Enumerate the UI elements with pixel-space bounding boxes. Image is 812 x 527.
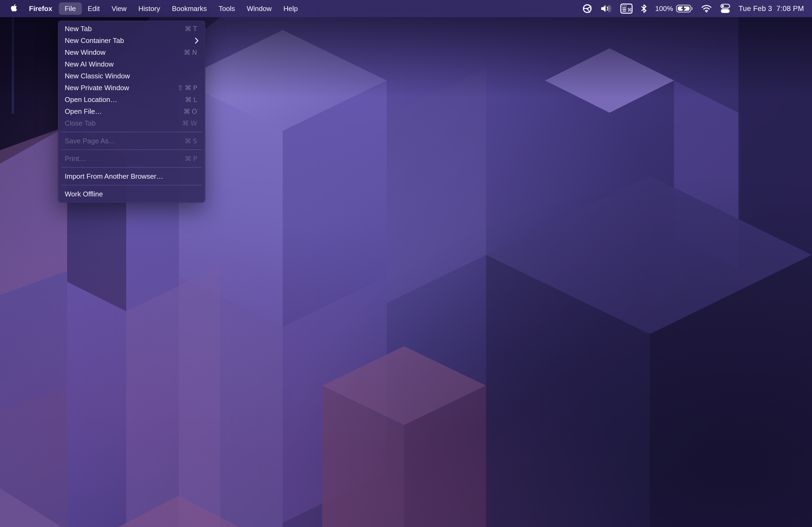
menu-separator xyxy=(61,167,202,168)
control-center-icon[interactable] xyxy=(720,3,731,14)
submenu-chevron-icon xyxy=(195,37,199,44)
apple-menu[interactable] xyxy=(10,4,18,13)
menu-separator xyxy=(61,185,202,185)
svg-text:⌘: ⌘ xyxy=(627,7,632,13)
file-menu-item-new-classic-window[interactable]: New Classic Window xyxy=(58,70,205,82)
menu-bar-item-edit[interactable]: Edit xyxy=(82,2,106,15)
file-menu-item-new-container-tab[interactable]: New Container Tab xyxy=(58,35,205,46)
volume-icon[interactable] xyxy=(600,4,612,13)
file-menu-list: New Tab⌘TNew Container TabNew Window⌘NNe… xyxy=(58,23,205,200)
menu-item-label: Close Tab xyxy=(65,119,96,127)
menu-item-label: Import From Another Browser… xyxy=(65,172,163,181)
menu-item-label: Open Location… xyxy=(65,95,117,104)
file-menu-item-new-private-window[interactable]: New Private Window⇧⌘P xyxy=(58,82,205,94)
desktop: FirefoxFileEditViewHistoryBookmarksTools… xyxy=(0,0,812,527)
menu-item-label: New Window xyxy=(65,48,105,57)
battery-status[interactable]: 100% xyxy=(655,4,693,13)
menu-item-label: New Container Tab xyxy=(65,36,124,45)
menu-item-label: New AI Window xyxy=(65,60,114,69)
menu-item-shortcut: ⌘W xyxy=(182,119,199,127)
menu-item-label: Work Offline xyxy=(65,190,103,198)
bluetooth-icon[interactable] xyxy=(641,4,647,13)
menu-item-shortcut: ⌘O xyxy=(184,108,199,115)
menu-bar: FirefoxFileEditViewHistoryBookmarksTools… xyxy=(0,0,812,17)
menu-bar-item-file[interactable]: File xyxy=(59,2,82,15)
apple-logo-icon xyxy=(10,4,18,13)
menu-separator xyxy=(61,149,202,150)
menu-bar-item-tools[interactable]: Tools xyxy=(213,2,241,15)
menu-item-shortcut: ⌘T xyxy=(185,25,199,33)
file-menu-item-new-ai-window[interactable]: New AI Window xyxy=(58,58,205,70)
menu-item-shortcut: ⌘S xyxy=(185,137,199,145)
menu-separator xyxy=(61,132,202,132)
menu-item-label: New Private Window xyxy=(65,84,129,92)
menu-item-label: Save Page As… xyxy=(65,137,115,145)
status-area: ⌘ 100% xyxy=(582,3,804,14)
menu-bar-item-history[interactable]: History xyxy=(132,2,166,15)
file-menu-item-new-tab[interactable]: New Tab⌘T xyxy=(58,23,205,35)
input-source-icon[interactable]: ⌘ xyxy=(620,3,633,14)
menu-bar-clock[interactable]: Tue Feb 3 7:08 PM xyxy=(739,4,804,13)
battery-charging-icon xyxy=(676,4,693,13)
menu-item-label: Print… xyxy=(65,154,86,163)
file-menu: New Tab⌘TNew Container TabNew Window⌘NNe… xyxy=(58,21,205,202)
menu-item-label: New Classic Window xyxy=(65,72,130,80)
file-menu-item-print: Print…⌘P xyxy=(58,153,205,165)
wifi-icon[interactable] xyxy=(701,4,712,13)
menu-item-label: Open File… xyxy=(65,107,102,116)
file-menu-item-open-file[interactable]: Open File…⌘O xyxy=(58,105,205,117)
menu-item-shortcut: ⇧⌘P xyxy=(177,84,199,92)
file-menu-item-close-tab: Close Tab⌘W xyxy=(58,117,205,129)
clock-time: 7:08 PM xyxy=(776,4,804,13)
file-menu-item-save-page-as: Save Page As…⌘S xyxy=(58,135,205,147)
clock-date: Tue Feb 3 xyxy=(739,4,772,13)
menu-item-shortcut: ⌘L xyxy=(185,96,199,104)
menu-bar-items: FirefoxFileEditViewHistoryBookmarksTools… xyxy=(23,0,304,17)
menu-bar-item-view[interactable]: View xyxy=(105,2,132,15)
steering-wheel-icon[interactable] xyxy=(582,3,592,14)
file-menu-item-open-location[interactable]: Open Location…⌘L xyxy=(58,94,205,105)
menu-item-shortcut: ⌘N xyxy=(184,48,199,56)
file-menu-item-work-offline[interactable]: Work Offline xyxy=(58,188,205,200)
menu-bar-item-help[interactable]: Help xyxy=(277,2,303,15)
file-menu-item-import-from-another-browser[interactable]: Import From Another Browser… xyxy=(58,170,205,182)
menu-bar-item-bookmarks[interactable]: Bookmarks xyxy=(166,2,213,15)
file-menu-item-new-window[interactable]: New Window⌘N xyxy=(58,46,205,58)
menu-bar-item-window[interactable]: Window xyxy=(241,2,277,15)
menu-item-label: New Tab xyxy=(65,25,92,33)
menu-item-shortcut: ⌘P xyxy=(185,155,199,163)
menu-bar-item-firefox[interactable]: Firefox xyxy=(23,2,59,15)
battery-percent: 100% xyxy=(655,4,673,13)
